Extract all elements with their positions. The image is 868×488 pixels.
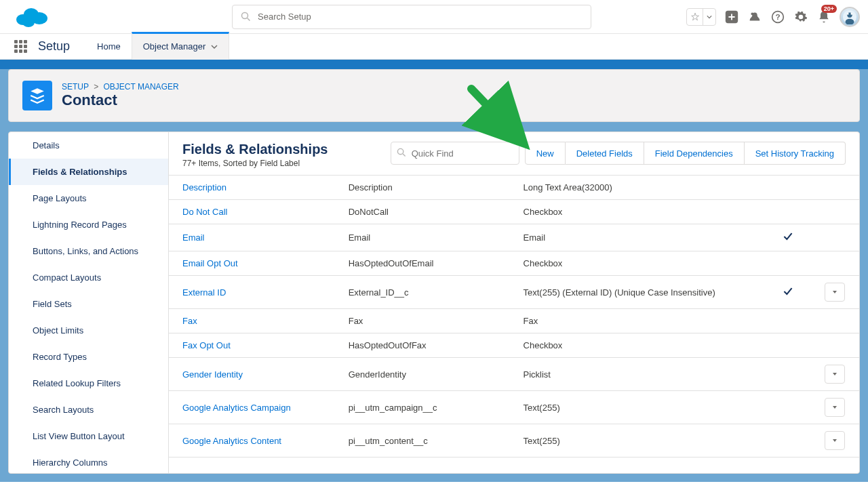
row-menu-button[interactable] xyxy=(825,365,845,384)
sidebar-item[interactable]: List View Button Layout xyxy=(9,423,168,449)
row-menu-button[interactable] xyxy=(825,431,845,450)
sidebar-item[interactable]: Compact Layouts xyxy=(9,264,168,291)
page-header: SETUP > OBJECT MANAGER Contact xyxy=(8,69,860,122)
field-label-link[interactable]: External ID xyxy=(182,287,226,298)
actions-cell xyxy=(816,224,859,251)
check-icon xyxy=(783,231,793,242)
field-label-link[interactable]: Fax Opt Out xyxy=(182,340,231,350)
indexed-cell xyxy=(760,309,816,333)
set-history-tracking-button[interactable]: Set History Tracking xyxy=(745,142,846,165)
table-row: Fax Opt OutHasOptedOutOfFaxCheckbox xyxy=(169,333,859,358)
indexed-cell xyxy=(760,358,816,391)
deleted-fields-button[interactable]: Deleted Fields xyxy=(566,142,644,165)
field-api-name: Email xyxy=(340,224,515,251)
sidebar-item[interactable]: Related Lookup Filters xyxy=(9,370,168,396)
actions-cell xyxy=(816,276,859,309)
section-title: Fields & Relationships xyxy=(182,142,328,157)
sidebar-item[interactable]: Buttons, Links, and Actions xyxy=(9,238,168,264)
field-label-link[interactable]: Email Opt Out xyxy=(182,258,238,268)
setup-gear-icon[interactable] xyxy=(793,9,808,24)
indexed-cell xyxy=(760,251,816,276)
sidebar-item[interactable]: Search Layouts xyxy=(9,396,168,423)
sidebar-item[interactable]: Hierarchy Columns xyxy=(9,449,168,473)
field-api-name: DoNotCall xyxy=(340,200,515,224)
notifications-icon[interactable]: 20+ xyxy=(816,9,831,24)
tab-home[interactable]: Home xyxy=(86,34,132,60)
field-api-name: External_ID__c xyxy=(340,276,515,309)
field-api-name: HasOptedOutOfEmail xyxy=(340,251,515,276)
field-label-link[interactable]: Gender Identity xyxy=(182,369,243,380)
field-type: Picklist xyxy=(515,358,760,391)
field-dependencies-button[interactable]: Field Dependencies xyxy=(644,142,745,165)
favorites-button[interactable] xyxy=(686,8,716,26)
tab-object-manager[interactable]: Object Manager xyxy=(132,32,230,60)
add-button[interactable] xyxy=(724,9,739,24)
row-menu-button[interactable] xyxy=(825,283,845,302)
global-header: Search Setup ? 20+ xyxy=(0,0,868,34)
field-api-name: GenderIdentity xyxy=(340,358,515,391)
chevron-down-icon xyxy=(707,14,712,20)
indexed-cell xyxy=(760,200,816,224)
table-row: Google Analytics Contentpi__utm_content_… xyxy=(169,424,859,458)
indexed-cell xyxy=(760,176,816,200)
quick-find-input[interactable] xyxy=(391,142,519,165)
table-row: EmailEmailEmail xyxy=(169,224,859,251)
tab-label: Object Manager xyxy=(143,41,206,52)
svg-line-5 xyxy=(248,18,250,21)
user-avatar[interactable] xyxy=(840,7,860,27)
indexed-cell xyxy=(760,224,816,251)
field-label-link[interactable]: Email xyxy=(182,232,205,243)
sidebar-item[interactable]: Page Layouts xyxy=(9,185,168,211)
field-label-link[interactable]: Google Analytics Content xyxy=(182,436,281,446)
field-label-link[interactable]: Fax xyxy=(182,316,197,326)
new-button[interactable]: New xyxy=(525,142,566,165)
svg-line-16 xyxy=(403,154,406,157)
table-row: Google Analytics Campaignpi__utm_campaig… xyxy=(169,391,859,424)
field-type: Checkbox xyxy=(515,251,760,276)
indexed-cell xyxy=(760,333,816,358)
search-icon xyxy=(241,12,251,22)
main-content: DetailsFields & RelationshipsPage Layout… xyxy=(8,131,860,474)
salesforce-setup-icon[interactable] xyxy=(747,9,762,24)
indexed-cell xyxy=(760,276,816,309)
field-type: Text(255) xyxy=(515,424,760,458)
notification-badge: 20+ xyxy=(821,5,837,13)
row-menu-button[interactable] xyxy=(825,398,845,417)
sidebar-item[interactable]: Record Types xyxy=(9,344,168,370)
field-type: Checkbox xyxy=(515,200,760,224)
breadcrumb-object-manager[interactable]: OBJECT MANAGER xyxy=(104,82,179,92)
field-label-link[interactable]: Do Not Call xyxy=(182,207,227,217)
field-label-link[interactable]: Google Analytics Campaign xyxy=(182,403,291,413)
salesforce-logo[interactable] xyxy=(14,5,49,29)
sidebar-item[interactable]: Fields & Relationships xyxy=(9,159,168,185)
field-type: Checkbox xyxy=(515,333,760,358)
sidebar-item[interactable]: Object Limits xyxy=(9,317,168,344)
table-row: Do Not CallDoNotCallCheckbox xyxy=(169,200,859,224)
field-label-link[interactable]: Description xyxy=(182,182,226,192)
field-api-name: Fax xyxy=(340,309,515,333)
field-type: Fax xyxy=(515,309,760,333)
check-icon xyxy=(783,286,793,297)
field-type: Text(255) xyxy=(515,391,760,424)
sidebar-item[interactable]: Details xyxy=(9,132,168,159)
sidebar-item[interactable]: Field Sets xyxy=(9,291,168,317)
decorative-band xyxy=(0,60,868,69)
actions-cell xyxy=(816,424,859,458)
actions-cell xyxy=(816,333,859,358)
sidebar-item[interactable]: Lightning Record Pages xyxy=(9,211,168,238)
section-subtitle: 77+ Items, Sorted by Field Label xyxy=(182,159,328,168)
table-row: External IDExternal_ID__cText(255) (Exte… xyxy=(169,276,859,309)
svg-point-3 xyxy=(22,18,35,27)
table-row: FaxFaxFax xyxy=(169,309,859,333)
help-icon[interactable]: ? xyxy=(770,9,785,24)
app-launcher-icon[interactable] xyxy=(8,34,33,60)
svg-point-4 xyxy=(242,13,248,19)
breadcrumb-setup[interactable]: SETUP xyxy=(62,82,89,92)
context-nav: Setup Home Object Manager xyxy=(0,34,868,60)
svg-point-15 xyxy=(397,148,403,154)
search-icon xyxy=(397,148,406,157)
fields-table: DescriptionDescriptionLong Text Area(320… xyxy=(169,176,859,458)
global-search[interactable]: Search Setup xyxy=(232,5,591,29)
object-title: Contact xyxy=(62,92,179,109)
table-row: Gender IdentityGenderIdentityPicklist xyxy=(169,358,859,391)
